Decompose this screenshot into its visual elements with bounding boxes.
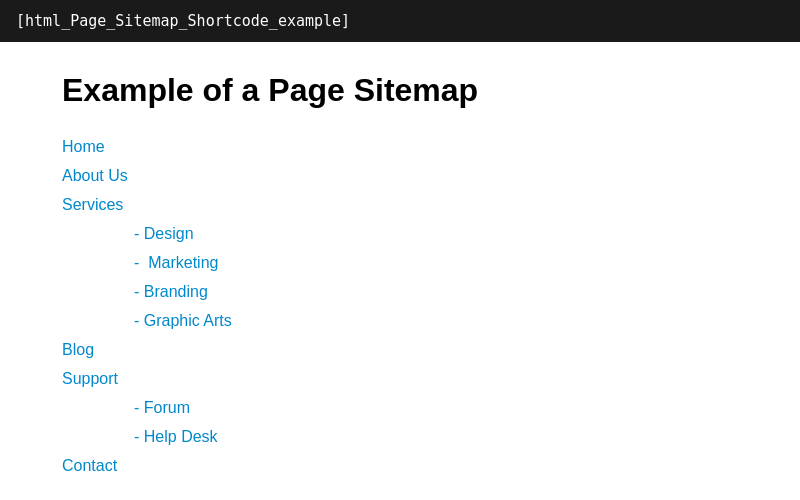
top-bar: [html_Page_Sitemap_Shortcode_example] bbox=[0, 0, 800, 42]
sitemap-link-branding[interactable]: - Branding bbox=[134, 283, 208, 300]
sitemap-link-helpdesk[interactable]: - Help Desk bbox=[134, 428, 218, 445]
sitemap-link-graphic-arts[interactable]: - Graphic Arts bbox=[134, 312, 232, 329]
sitemap-item-design: - Design bbox=[134, 220, 738, 248]
sitemap-link-about[interactable]: About Us bbox=[62, 167, 128, 184]
top-bar-text: [html_Page_Sitemap_Shortcode_example] bbox=[16, 12, 350, 30]
sitemap-item-support: Support - Forum - Help Desk bbox=[62, 365, 738, 451]
sitemap-link-support[interactable]: Support bbox=[62, 370, 118, 387]
sitemap-link-forum[interactable]: - Forum bbox=[134, 399, 190, 416]
sitemap-link-home[interactable]: Home bbox=[62, 138, 105, 155]
main-content: Example of a Page Sitemap Home About Us … bbox=[0, 42, 800, 500]
sitemap-link-contact[interactable]: Contact bbox=[62, 457, 117, 474]
sitemap-item-home: Home bbox=[62, 133, 738, 161]
sitemap-item-blog: Blog bbox=[62, 336, 738, 364]
sitemap-item-contact: Contact bbox=[62, 452, 738, 480]
sitemap-link-marketing[interactable]: - Marketing bbox=[134, 254, 218, 271]
sitemap-item-about: About Us bbox=[62, 162, 738, 190]
sitemap-link-blog[interactable]: Blog bbox=[62, 341, 94, 358]
sitemap-sub-support: - Forum - Help Desk bbox=[62, 394, 738, 451]
sitemap-item-graphic-arts: - Graphic Arts bbox=[134, 307, 738, 335]
sitemap-item-services: Services - Design - Marketing - Branding… bbox=[62, 191, 738, 335]
sitemap-item-forum: - Forum bbox=[134, 394, 738, 422]
sitemap-link-design[interactable]: - Design bbox=[134, 225, 194, 242]
sitemap-item-marketing: - Marketing bbox=[134, 249, 738, 277]
sitemap-item-branding: - Branding bbox=[134, 278, 738, 306]
page-title: Example of a Page Sitemap bbox=[62, 72, 738, 109]
sitemap-link-services[interactable]: Services bbox=[62, 196, 123, 213]
sitemap-item-helpdesk: - Help Desk bbox=[134, 423, 738, 451]
sitemap-sub-services: - Design - Marketing - Branding - Graphi… bbox=[62, 220, 738, 335]
sitemap-list: Home About Us Services - Design - Market… bbox=[62, 133, 738, 480]
